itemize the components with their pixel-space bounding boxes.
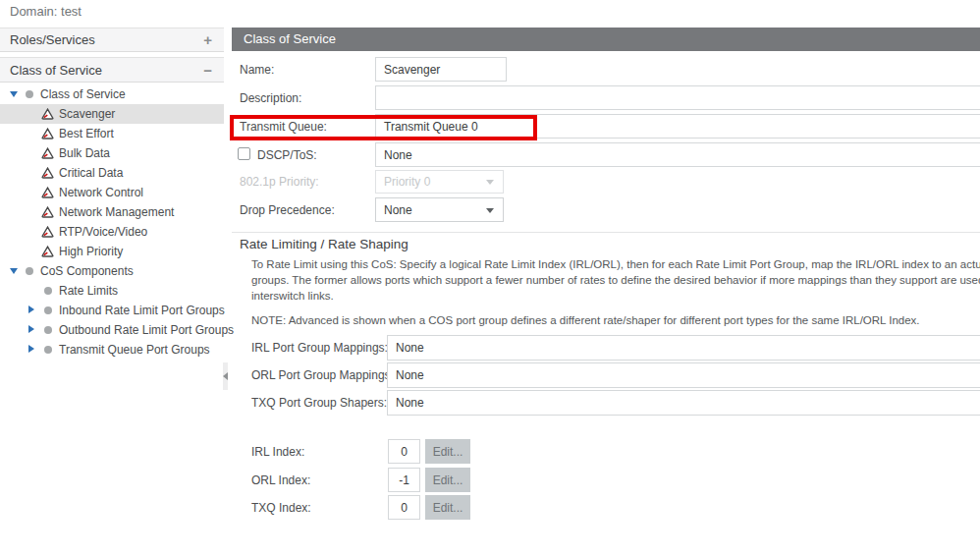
drop-precedence-dropdown[interactable]: None: [375, 197, 504, 222]
cos-gauge-icon: [41, 128, 54, 139]
dscp-checkbox[interactable]: [238, 147, 250, 160]
tree-node-label: Bulk Data: [59, 143, 110, 163]
irl-index-label: IRL Index:: [251, 439, 304, 464]
form-row-txq-shapers: TXQ Port Group Shapers: None: [232, 390, 980, 416]
app-window: Domain: test Roles/Services + Class of S…: [0, 0, 980, 556]
irl-mappings-label: IRL Port Group Mappings:: [251, 335, 388, 361]
rate-section-note: NOTE: Advanced is shown when a COS port …: [251, 312, 980, 328]
transmit-queue-field[interactable]: Transmit Queue 0: [375, 114, 980, 139]
cos-gauge-icon: [41, 167, 54, 179]
description-input[interactable]: [375, 85, 980, 110]
txq-index-label: TXQ Index:: [251, 495, 311, 520]
form-row-dscp: DSCP/ToS: None: [232, 142, 980, 167]
tree-node-label: Network Control: [59, 183, 143, 202]
group-node-icon: [44, 346, 52, 354]
irl-mappings-field: None: [387, 335, 980, 361]
tree-node-label: High Priority: [59, 242, 123, 261]
dscp-label: DSCP/ToS:: [257, 142, 317, 167]
orl-index-value: -1: [388, 468, 420, 492]
chevron-down-icon: [486, 208, 494, 213]
tree-node-label: Scavenger: [59, 104, 115, 124]
form-row-description: Description:: [232, 85, 980, 110]
tree-node-high-priority[interactable]: High Priority: [0, 242, 224, 261]
tree-node-class-of-service[interactable]: Class of Service: [0, 84, 224, 104]
tree-node-bulk-data[interactable]: Bulk Data: [0, 143, 224, 163]
tree-node-transmit-queue-port-groups[interactable]: Transmit Queue Port Groups: [0, 340, 224, 360]
form-row-irl-index: IRL Index: 0 Edit...: [232, 439, 980, 464]
tree-node-network-management[interactable]: Network Management: [0, 202, 224, 222]
panel-title: Class of Service: [232, 28, 980, 51]
collapse-minus-icon[interactable]: −: [203, 58, 212, 82]
cos-gauge-icon: [41, 108, 54, 120]
rate-section-paragraph-line: To Rate Limit using this CoS: Specify a …: [251, 256, 980, 272]
cos-tree: Class of Service Scavenger Best Effort B…: [0, 84, 224, 360]
chevron-down-icon: [486, 180, 494, 185]
drop-precedence-dropdown-value: None: [384, 203, 412, 217]
priority-label: 802.1p Priority:: [240, 170, 319, 194]
cos-gauge-icon: [41, 187, 54, 198]
orl-index-edit-button[interactable]: Edit...: [425, 468, 470, 492]
tree-node-rate-limits[interactable]: Rate Limits: [0, 281, 224, 301]
txq-index-edit-button[interactable]: Edit...: [425, 495, 470, 520]
chevron-right-icon[interactable]: [28, 325, 34, 333]
accordion-class-of-service-label: Class of Service: [10, 58, 102, 82]
form-row-drop-precedence: Drop Precedence: None: [232, 197, 980, 222]
txq-index-value: 0: [388, 495, 420, 520]
tree-node-label: Rate Limits: [59, 281, 118, 301]
accordion-class-of-service[interactable]: Class of Service −: [0, 57, 224, 83]
group-node-icon: [44, 287, 52, 295]
irl-index-value: 0: [388, 439, 420, 464]
expand-plus-icon[interactable]: +: [203, 28, 212, 51]
cos-gauge-icon: [41, 246, 54, 257]
domain-label: Domain: test: [10, 4, 82, 19]
tree-node-label: Class of Service: [40, 84, 126, 104]
tree-node-critical-data[interactable]: Critical Data: [0, 163, 224, 183]
group-node-icon: [26, 90, 33, 98]
tree-node-cos-components[interactable]: CoS Components: [0, 261, 224, 281]
accordion-roles-services-label: Roles/Services: [10, 28, 95, 51]
cos-gauge-icon: [41, 206, 54, 218]
tree-node-label: Network Management: [59, 202, 174, 222]
form-row-orl-index: ORL Index: -1 Edit...: [232, 468, 980, 492]
chevron-down-icon[interactable]: [10, 268, 18, 274]
sidebar-splitter[interactable]: [223, 362, 228, 390]
priority-dropdown-value: Priority 0: [384, 175, 430, 189]
tree-node-scavenger[interactable]: Scavenger: [0, 104, 224, 124]
orl-mappings-field: None: [387, 362, 980, 388]
tree-node-outbound-rate-limit-port-groups[interactable]: Outbound Rate Limit Port Groups: [0, 320, 224, 340]
description-label: Description:: [240, 85, 301, 110]
tree-node-best-effort[interactable]: Best Effort: [0, 124, 224, 143]
tree-node-label: Critical Data: [59, 163, 123, 183]
tree-node-inbound-rate-limit-port-groups[interactable]: Inbound Rate Limit Port Groups: [0, 301, 224, 320]
transmit-queue-label: Transmit Queue:: [240, 114, 327, 139]
chevron-right-icon[interactable]: [28, 345, 34, 353]
form-row-name: Name: Scavenger: [232, 57, 980, 82]
irl-index-edit-button[interactable]: Edit...: [425, 439, 470, 464]
drop-precedence-label: Drop Precedence:: [240, 197, 335, 222]
priority-dropdown: Priority 0: [375, 170, 504, 194]
accordion-roles-services[interactable]: Roles/Services +: [0, 28, 224, 52]
form-row-orl-mappings: ORL Port Group Mappings: None: [232, 362, 980, 388]
dscp-field[interactable]: None: [375, 142, 980, 167]
name-label: Name:: [240, 57, 274, 82]
group-node-icon: [44, 326, 52, 334]
form-row-txq-index: TXQ Index: 0 Edit...: [232, 495, 980, 520]
chevron-right-icon[interactable]: [28, 306, 34, 313]
tree-node-rtp-voice-video[interactable]: RTP/Voice/Video: [0, 222, 224, 242]
orl-mappings-label: ORL Port Group Mappings:: [251, 362, 394, 388]
rate-section-title: Rate Limiting / Rate Shaping: [240, 237, 408, 251]
chevron-down-icon[interactable]: [10, 91, 18, 97]
tree-node-label: Best Effort: [59, 124, 114, 143]
group-node-icon: [26, 267, 33, 275]
txq-shapers-field: None: [387, 390, 980, 416]
group-node-icon: [44, 306, 52, 314]
form-row-priority: 802.1p Priority: Priority 0: [232, 170, 980, 194]
tree-node-network-control[interactable]: Network Control: [0, 183, 224, 202]
form-row-transmit-queue: Transmit Queue: Transmit Queue 0: [232, 114, 980, 139]
name-input[interactable]: Scavenger: [375, 57, 507, 82]
rate-section-paragraph-line: groups. The former allows ports which su…: [251, 272, 980, 288]
cos-gauge-icon: [41, 226, 54, 238]
rate-section-paragraph-line: interswitch links.: [251, 288, 980, 304]
tree-node-label: RTP/Voice/Video: [59, 222, 147, 242]
orl-index-label: ORL Index:: [251, 468, 310, 492]
